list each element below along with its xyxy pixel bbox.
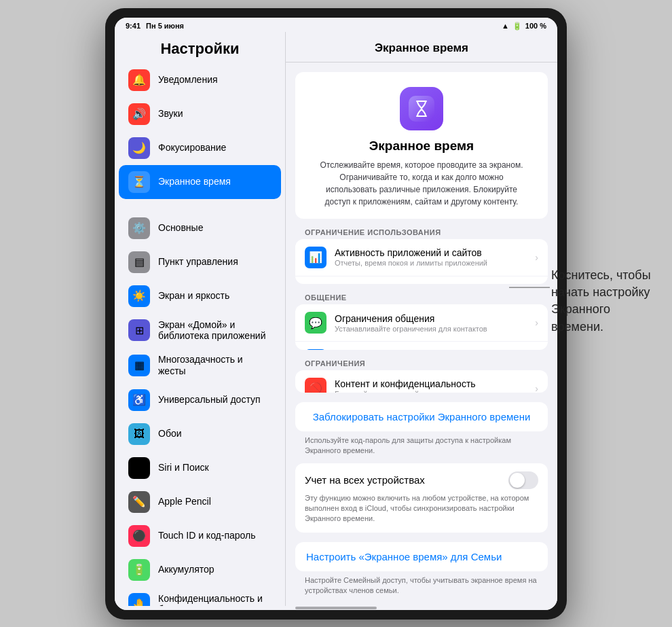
sidebar-item-multitasking[interactable]: ▦Многозадачность и жесты (119, 348, 281, 383)
displaybrightness-label: Экран и яркость (158, 290, 229, 302)
commlimits-subtitle: Устанавливайте ограничения для контактов (335, 325, 527, 333)
sidebar-item-battery[interactable]: 🔋Аккумулятор (119, 553, 281, 587)
sounds-label: Звуки (158, 108, 183, 120)
toggle-label: Учет на всех устройствах (305, 474, 425, 486)
lock-button[interactable]: Заблокировать настройки Экранного времен… (295, 402, 548, 431)
general-icon: ⚙️ (128, 217, 150, 239)
card-row-commlimits[interactable]: 💬 Ограничения общения Устанавливайте огр… (295, 304, 548, 342)
controlcenter-label: Пункт управления (158, 256, 238, 268)
notifications-icon: 🔔 (128, 69, 150, 91)
sidebar-item-siri[interactable]: ◉Siri и Поиск (119, 451, 281, 485)
sidebar-title: Настройки (115, 32, 285, 63)
card-row-activity[interactable]: 📊 Активность приложений и сайтов Отчеты,… (295, 239, 548, 276)
screentime-label: Экранное время (158, 176, 231, 187)
main-content: Экранное время Экранное время (286, 32, 557, 606)
ipad-frame: 9:41 Пн 5 июня ▲ 🔋 100 % Настройки 🔔Увед… (105, 8, 567, 620)
sidebar-item-general[interactable]: ⚙️Основные (119, 211, 281, 245)
main-header: Экранное время (286, 32, 557, 62)
notifications-label: Уведомления (158, 74, 218, 86)
sidebar-item-privacy[interactable]: 🤚Конфиденциальность и безопасность (119, 587, 281, 606)
multitasking-icon: ▦ (128, 355, 150, 376)
callout-text: Коснитесь, чтобы начать настройку Экранн… (551, 267, 660, 336)
focus-label: Фокусирование (158, 142, 226, 154)
sidebar-item-screentime[interactable]: ⏳Экранное время (119, 165, 281, 199)
callout: Коснитесь, чтобы начать настройку Экранн… (551, 267, 660, 336)
multitasking-label: Многозадачность и жесты (158, 354, 272, 377)
content-icon: 🚫 (305, 378, 326, 393)
family-btn-label: Настроить «Экранное время» для Семьи (306, 551, 537, 562)
commlimits-text: Ограничения общения Устанавливайте огран… (335, 313, 527, 333)
general-label: Основные (158, 222, 203, 234)
content-area: Настройки 🔔Уведомления🔊Звуки🌙Фокусирован… (115, 32, 557, 606)
content-chevron: › (535, 383, 538, 393)
commlimits-icon: 💬 (305, 312, 326, 334)
siri-label: Siri и Поиск (158, 462, 209, 473)
wifi-icon: ▲ (502, 22, 509, 30)
sidebar-item-touchid[interactable]: ⚫Touch ID и код-пароль (119, 519, 281, 553)
toggle-card: Учет на всех устройствах Эту функцию мож… (295, 463, 548, 533)
all-devices-toggle[interactable] (508, 471, 538, 489)
card-row-content[interactable]: 🚫 Контент и конфиденциальность Блокируйт… (295, 370, 548, 393)
activity-icon: 📊 (305, 247, 326, 268)
screentime-hero-icon (400, 87, 443, 130)
card-row-commsafety[interactable]: 🛡 Безопасность общения Ставьте защиту от… (295, 342, 548, 350)
family-button[interactable]: Настроить «Экранное время» для Семьи (295, 542, 548, 571)
screentime-icon: ⏳ (128, 171, 150, 193)
displaybrightness-icon: ☀️ (128, 285, 150, 307)
activity-subtitle: Отчеты, время покоя и лимиты приложений (335, 259, 527, 267)
wallpaper-icon: 🖼 (128, 423, 150, 445)
sidebar-item-pencil[interactable]: ✏️Apple Pencil (119, 485, 281, 519)
commlimits-title: Ограничения общения (335, 313, 527, 324)
activity-text: Активность приложений и сайтов Отчеты, в… (335, 247, 527, 267)
content-title: Контент и конфиденциальность (335, 378, 527, 389)
sidebar-item-homescreen[interactable]: ⊞Экран «Домой» и библиотека приложений (119, 313, 281, 348)
status-day: Пн 5 июня (146, 22, 184, 30)
toggle-row: Учет на всех устройствах (305, 471, 538, 489)
family-desc: Настройте Семейный доступ, чтобы учитыва… (286, 571, 557, 606)
card-restrictions: 🚫 Контент и конфиденциальность Блокируйт… (295, 370, 548, 393)
home-bar (295, 607, 377, 609)
battery-label: Аккумулятор (158, 564, 214, 575)
sidebar-item-notifications[interactable]: 🔔Уведомления (119, 63, 281, 97)
sidebar-item-accessibility[interactable]: ♿Универсальный доступ (119, 383, 281, 417)
sounds-icon: 🔊 (128, 103, 150, 125)
content-text: Контент и конфиденциальность Блокируйте … (335, 378, 527, 393)
sidebar-item-wallpaper[interactable]: 🖼Обои (119, 417, 281, 451)
privacy-icon: 🤚 (128, 593, 150, 605)
status-time: 9:41 (126, 22, 141, 30)
battery-level: 100 % (525, 22, 546, 30)
toggle-desc: Эту функцию можно включить на любом устр… (305, 493, 538, 524)
lock-desc: Используйте код-пароль для защиты доступ… (286, 431, 557, 458)
section-label-restrictions: ОГРАНИЧЕНИЯ (286, 350, 557, 370)
ipad-screen: 9:41 Пн 5 июня ▲ 🔋 100 % Настройки 🔔Увед… (115, 18, 557, 610)
status-bar: 9:41 Пн 5 июня ▲ 🔋 100 % (115, 18, 557, 32)
focus-icon: 🌙 (128, 137, 150, 159)
hero-section: Экранное время Отслеживайте время, котор… (295, 72, 548, 219)
sidebar-item-sounds[interactable]: 🔊Звуки (119, 97, 281, 131)
privacy-label: Конфиденциальность и безопасность (158, 593, 272, 606)
card-row-distance[interactable]: ≈ Расстояние до экрана Снижайте напряжен… (295, 276, 548, 285)
battery-icon: 🔋 (512, 22, 522, 31)
touchid-icon: ⚫ (128, 525, 150, 547)
sidebar-item-controlcenter[interactable]: ▤Пункт управления (119, 245, 281, 279)
sidebar: Настройки 🔔Уведомления🔊Звуки🌙Фокусирован… (115, 32, 286, 606)
lock-btn-label: Заблокировать настройки Экранного времен… (306, 411, 537, 423)
controlcenter-icon: ▤ (128, 251, 150, 273)
touchid-label: Touch ID и код-пароль (158, 530, 256, 541)
battery-icon: 🔋 (128, 559, 150, 581)
pencil-icon: ✏️ (128, 491, 150, 513)
sidebar-list: 🔔Уведомления🔊Звуки🌙Фокусирование⏳Экранно… (115, 63, 285, 606)
hero-desc: Отслеживайте время, которое проводите за… (316, 159, 527, 208)
content-subtitle: Блокируйте неуместный контент (335, 390, 527, 393)
section-label-usage: ОГРАНИЧЕНИЕ ИСПОЛЬЗОВАНИЯ (286, 219, 557, 239)
homescreen-label: Экран «Домой» и библиотека приложений (158, 319, 272, 342)
card-communication: 💬 Ограничения общения Устанавливайте огр… (295, 304, 548, 350)
card-usage: 📊 Активность приложений и сайтов Отчеты,… (295, 239, 548, 285)
sidebar-divider (115, 199, 285, 211)
activity-chevron: › (535, 252, 538, 263)
callout-line (509, 287, 550, 288)
activity-title: Активность приложений и сайтов (335, 247, 527, 258)
sidebar-item-displaybrightness[interactable]: ☀️Экран и яркость (119, 279, 281, 313)
siri-icon: ◉ (128, 457, 150, 479)
sidebar-item-focus[interactable]: 🌙Фокусирование (119, 131, 281, 165)
